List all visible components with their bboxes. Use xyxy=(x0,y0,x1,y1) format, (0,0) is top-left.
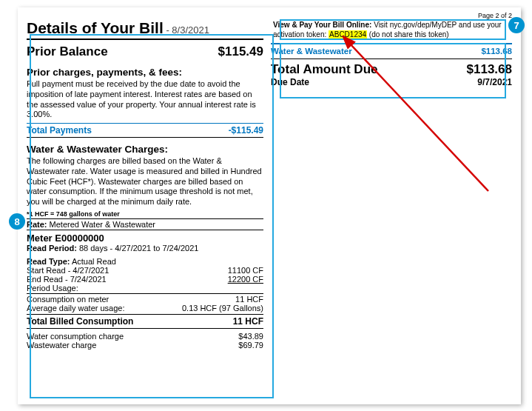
right-column: View & Pay Your Bill Online: Visit nyc.g… xyxy=(271,19,512,350)
read-type: Read Type: Actual Read xyxy=(27,257,263,266)
prior-charges-heading: Prior charges, payments, & fees: xyxy=(27,67,263,78)
read-period-label: Read Period: xyxy=(27,244,77,253)
total-due-block: Total Amount Due $113.68 Due Date 9/7/20… xyxy=(271,59,512,87)
period-usage-label: Period Usage: xyxy=(27,284,78,293)
end-read-label: End Read - 7/24/2021 xyxy=(27,275,107,284)
online-text2: (do not share this token) xyxy=(367,30,449,39)
title-row: Details of Your Bill - 8/3/2021 xyxy=(27,19,263,40)
page-number: Page 2 of 2 xyxy=(27,12,512,19)
read-type-value: Actual Read xyxy=(72,257,116,266)
left-column: Details of Your Bill - 8/3/2021 Prior Ba… xyxy=(27,19,263,350)
water-charge-label: Water consumption charge xyxy=(27,332,124,341)
meter-name: Meter E00000000 xyxy=(27,233,263,244)
bill-page: Page 2 of 2 Details of Your Bill - 8/3/2… xyxy=(18,7,521,404)
ww-summary-row: Water & Wastewater $113.68 xyxy=(271,43,512,57)
total-due-amount: $113.68 xyxy=(467,62,512,77)
ww-charges-heading: Water & Wastewater Charges: xyxy=(27,144,263,155)
activation-token: ABCD1234 xyxy=(329,30,367,39)
period-usage-row: Period Usage: xyxy=(27,284,263,293)
total-billed-row: Total Billed Consumption 11 HCF xyxy=(27,314,263,329)
total-billed-value: 11 HCF xyxy=(233,316,263,327)
start-read-row: Start Read - 4/27/2021 11100 CF xyxy=(27,266,263,275)
rate-label: Rate: xyxy=(27,220,47,229)
end-read-value: 12200 CF xyxy=(228,275,263,284)
title-date: - 8/3/2021 xyxy=(164,24,209,36)
ww-summary-label: Water & Wastewater xyxy=(271,47,352,56)
rate-line: Rate: Metered Water & Wastewater xyxy=(27,219,263,230)
prior-balance-amount: $115.49 xyxy=(218,44,263,59)
due-date-value: 9/7/2021 xyxy=(477,77,512,87)
water-charge-row: Water consumption charge $43.89 xyxy=(27,332,263,341)
online-box: View & Pay Your Bill Online: Visit nyc.g… xyxy=(271,19,512,41)
rate-value: Metered Water & Wastewater xyxy=(50,220,155,229)
prior-charges-text: Full payment must be received by the due… xyxy=(27,79,263,120)
total-billed-label: Total Billed Consumption xyxy=(27,316,133,327)
read-type-label: Read Type: xyxy=(27,257,70,266)
online-bold: View & Pay Your Bill Online: xyxy=(273,21,371,29)
ww-charges-text: The following charges are billed based o… xyxy=(27,156,263,207)
wastewater-charge-value: $69.79 xyxy=(238,341,263,350)
ww-summary-amount: $113.68 xyxy=(481,47,512,56)
page-title: Details of Your Bill xyxy=(27,19,164,36)
callout-badge-7: 7 xyxy=(508,17,525,33)
total-payments-label: Total Payments xyxy=(27,125,92,136)
avg-daily-label: Average daily water usage: xyxy=(27,304,125,313)
consumption-meter-label: Consumption on meter xyxy=(27,295,109,304)
total-due-label: Total Amount Due xyxy=(271,62,377,77)
wastewater-charge-row: Wastewater charge $69.79 xyxy=(27,341,263,350)
prior-balance-label: Prior Balance xyxy=(27,44,108,59)
avg-daily-value: 0.13 HCF (97 Gallons) xyxy=(182,304,263,313)
total-payments-amount: -$115.49 xyxy=(229,125,263,136)
start-read-label: Start Read - 4/27/2021 xyxy=(27,266,109,275)
wastewater-charge-label: Wastewater charge xyxy=(27,341,96,350)
avg-daily-row: Average daily water usage: 0.13 HCF (97 … xyxy=(27,304,263,313)
read-period: Read Period: 88 days - 4/27/2021 to 7/24… xyxy=(27,244,263,253)
end-read-row: End Read - 7/24/2021 12200 CF xyxy=(27,275,263,284)
read-period-value: 88 days - 4/27/2021 to 7/24/2021 xyxy=(79,244,198,253)
consumption-meter-value: 11 HCF xyxy=(235,295,263,304)
total-payments-row: Total Payments -$115.49 xyxy=(27,123,263,138)
callout-badge-8: 8 xyxy=(9,213,25,230)
water-charge-value: $43.89 xyxy=(238,332,263,341)
consumption-meter-row: Consumption on meter 11 HCF xyxy=(27,295,263,304)
hcf-note: *1 HCF = 748 gallons of water xyxy=(27,210,263,219)
prior-balance-row: Prior Balance $115.49 xyxy=(27,44,263,59)
due-date-label: Due Date xyxy=(271,77,309,87)
start-read-value: 11100 CF xyxy=(228,266,263,275)
